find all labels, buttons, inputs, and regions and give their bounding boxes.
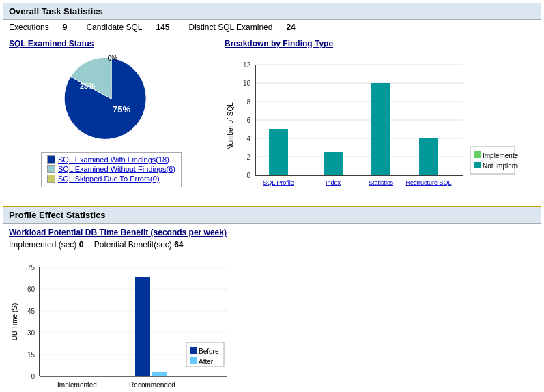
bar-index-notimpl: [324, 152, 343, 175]
svg-text:Not Implemented: Not Implemented: [483, 162, 518, 170]
svg-text:After: After: [199, 358, 214, 365]
bar-recommended-before: [135, 277, 150, 376]
svg-text:4: 4: [246, 135, 250, 142]
profile-stats-row: Implemented (sec) 0 Potential Benefit(se…: [9, 240, 535, 250]
main-container: Overall Task Statistics Executions 9 Can…: [3, 3, 541, 392]
pie-label-25: 25%: [80, 82, 95, 90]
profile-body: Workload Potential DB Time Benefit (seco…: [3, 224, 541, 392]
executions-label: Executions: [9, 22, 49, 32]
svg-text:SQL Profile[interactable]: SQL Profile: [263, 179, 294, 186]
legend-label-1[interactable]: SQL Examined Without Findings(6): [58, 165, 175, 173]
legend-color-1: [47, 165, 55, 173]
legend-color-2: [47, 175, 55, 183]
legend-label-2[interactable]: SQL Skipped Due To Errors(0): [58, 175, 160, 183]
svg-text:60: 60: [27, 286, 35, 293]
legend-notimpl-color: [474, 162, 481, 168]
pie-label-0: 0%: [108, 55, 118, 62]
bar-restructure-notimpl: [419, 138, 438, 175]
bar-statistics-notimpl: [371, 83, 390, 175]
charts-row: SQL Examined Status 0% 25% 75% SQL Exami…: [3, 36, 541, 206]
breakdown-title: Breakdown by Finding Type: [225, 39, 535, 48]
pie-area: 0% 25% 75% SQL Examined With Findings(18…: [9, 51, 214, 187]
svg-text:75: 75: [27, 264, 35, 271]
legend-label-0[interactable]: SQL Examined With Findings(18): [58, 155, 169, 164]
profile-y-label: DB Time (S): [11, 303, 18, 340]
potential-label: Potential Benefit(sec): [94, 240, 172, 250]
legend-box: [470, 147, 515, 174]
svg-text:Index[interactable]: Index: [326, 179, 341, 186]
bar-recommended-after: [152, 372, 167, 376]
profile-section: Profile Effect Statistics Workload Poten…: [3, 207, 541, 392]
legend-item-0: SQL Examined With Findings(18): [47, 155, 175, 164]
summary-row: Executions 9 Candidate SQL 145 Distinct …: [3, 20, 541, 36]
after-legend-color: [190, 357, 197, 364]
svg-text:10: 10: [243, 80, 251, 87]
before-legend-color: [190, 347, 197, 354]
breakdown-svg: Number of SQL 12 10 8 6 4 2 0: [225, 51, 518, 201]
overall-header: Overall Task Statistics: [3, 3, 541, 20]
pie-label-75: 75%: [113, 104, 130, 115]
legend-impl-color: [474, 151, 481, 158]
legend-item-2: SQL Skipped Due To Errors(0): [47, 175, 175, 183]
distinct-label: Distinct SQL Examined: [188, 22, 272, 32]
legend-color-0: [47, 155, 55, 164]
y-axis-label: Number of SQL: [227, 102, 234, 150]
profile-title: Profile Effect Statistics: [9, 210, 106, 220]
impl-sec-value: 0: [79, 240, 84, 250]
svg-text:0: 0: [246, 172, 250, 179]
overall-title: Overall Task Statistics: [9, 6, 103, 16]
svg-text:Statistics[interactable]: Statistics: [369, 179, 394, 186]
svg-text:Implemented: Implemented: [483, 152, 518, 160]
svg-text:Recommended: Recommended: [129, 381, 175, 389]
pie-legend: SQL Examined With Findings(18) SQL Exami…: [41, 152, 182, 187]
svg-text:45: 45: [27, 307, 35, 315]
pie-chart-box: SQL Examined Status 0% 25% 75% SQL Exami…: [9, 39, 214, 203]
svg-text:15: 15: [27, 351, 35, 359]
svg-text:Restructure SQL[interactable]: Restructure SQL: [405, 179, 451, 186]
svg-text:0: 0: [31, 373, 35, 380]
profile-chart-title: Workload Potential DB Time Benefit (seco…: [9, 228, 535, 237]
pie-svg: 0% 25% 75%: [57, 51, 166, 147]
svg-text:6: 6: [246, 117, 250, 124]
profile-svg: DB Time (S) 0 15 30 45 60: [9, 254, 296, 390]
candidate-label: Candidate SQL: [86, 22, 142, 32]
sql-status-title: SQL Examined Status: [9, 39, 214, 48]
executions-value: 9: [63, 22, 68, 32]
bar-chart-box: Breakdown by Finding Type Number of SQL …: [225, 39, 535, 203]
svg-text:2: 2: [246, 153, 250, 161]
candidate-value: 145: [156, 22, 169, 32]
svg-text:30: 30: [27, 329, 35, 337]
bar-sqlprofile-notimpl: [269, 129, 288, 175]
potential-value: 64: [174, 240, 183, 250]
svg-text:8: 8: [246, 98, 250, 106]
impl-sec-label: Implemented (sec): [9, 240, 76, 250]
profile-header: Profile Effect Statistics: [3, 207, 541, 224]
distinct-value: 24: [286, 22, 295, 32]
svg-text:Before: Before: [199, 348, 219, 355]
svg-text:Implemented: Implemented: [57, 381, 97, 389]
legend-item-1: SQL Examined Without Findings(6): [47, 165, 175, 173]
svg-text:12: 12: [243, 61, 251, 69]
